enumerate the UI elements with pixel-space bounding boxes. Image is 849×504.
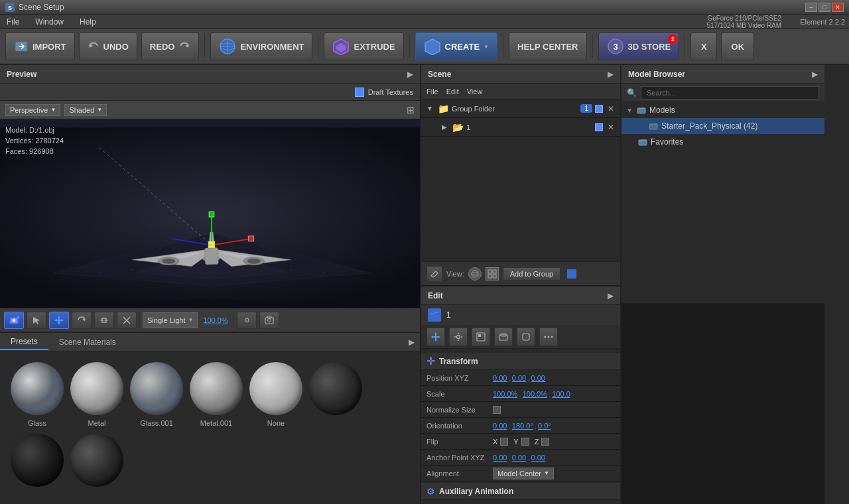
- favorites-row[interactable]: Favorites: [621, 134, 824, 150]
- flip-y-checkbox[interactable]: [521, 438, 529, 446]
- presets-tab[interactable]: Presets: [0, 334, 48, 350]
- flip-x-checkbox[interactable]: [500, 438, 508, 446]
- redo-button[interactable]: REDO: [141, 32, 200, 60]
- menu-window[interactable]: Window: [33, 16, 66, 28]
- svg-marker-71: [438, 336, 440, 338]
- scene-tree: ▼ 📁 Group Folder 1 ✕ ▶ 📂 1 ✕: [421, 99, 620, 261]
- starter-pack-row[interactable]: Starter_Pack_Physical (42): [621, 118, 824, 134]
- position-y[interactable]: 0.00: [512, 374, 526, 382]
- item-visibility[interactable]: [595, 123, 603, 131]
- browser-header: Model Browser ▶: [621, 65, 824, 84]
- material-dark3[interactable]: [70, 434, 123, 491]
- camera-tool-button[interactable]: [4, 312, 24, 329]
- browser-expand-button[interactable]: ▶: [812, 70, 818, 79]
- models-expand[interactable]: ▼: [625, 106, 633, 114]
- material-metal[interactable]: Metal: [70, 362, 123, 427]
- menu-file[interactable]: File: [4, 16, 22, 28]
- material-glass[interactable]: Glass: [11, 362, 64, 427]
- add-to-group-button[interactable]: Add to Group: [503, 267, 560, 281]
- edit-group-btn[interactable]: [494, 328, 513, 346]
- draft-checkbox[interactable]: [355, 88, 364, 97]
- models-label: Models: [649, 105, 820, 115]
- orient-y[interactable]: 180.0°: [512, 422, 533, 430]
- move-tool-button[interactable]: [49, 312, 69, 329]
- scale-row: Scale 100.0% , 100.0% , 100.0: [421, 386, 620, 402]
- edit-move-btn[interactable]: [426, 328, 445, 346]
- material-none[interactable]: None: [249, 362, 302, 427]
- scene-panel-expand[interactable]: ▶: [608, 70, 614, 79]
- zoom-level[interactable]: 100.0%: [200, 316, 230, 324]
- normalize-checkbox[interactable]: [493, 406, 501, 414]
- scale-y[interactable]: 100.0%: [523, 390, 547, 398]
- alignment-dropdown[interactable]: Model Center ▼: [493, 468, 554, 479]
- view-sphere-button[interactable]: [468, 267, 482, 281]
- scene-edit-menu[interactable]: Edit: [446, 88, 459, 95]
- orient-x[interactable]: 0.00: [493, 422, 507, 430]
- select-tool-button[interactable]: [27, 312, 46, 329]
- light-mode-label: Single Light: [147, 316, 186, 324]
- screenshot-button[interactable]: [259, 312, 279, 329]
- help-center-button[interactable]: HELP CENTER: [509, 32, 587, 60]
- material-metal001[interactable]: Metal.001: [190, 362, 243, 427]
- add-scene-button[interactable]: [426, 266, 442, 282]
- item-expand[interactable]: ▶: [440, 123, 449, 132]
- undo-button[interactable]: UNDO: [79, 32, 137, 60]
- rotate-tool-button[interactable]: [72, 312, 92, 329]
- material-glass001[interactable]: Glass.001: [130, 362, 183, 427]
- material-dark2[interactable]: [11, 434, 64, 491]
- scale-tool-button[interactable]: [94, 312, 114, 329]
- environment-button[interactable]: ENVIRONMENT: [210, 32, 312, 60]
- orient-z[interactable]: 0.0°: [538, 422, 551, 430]
- group-folder-expand[interactable]: ▼: [425, 104, 434, 113]
- edit-more-btn[interactable]: [539, 328, 558, 346]
- viewport[interactable]: Model: D:/1.obj Vertices: 2780724 Faces:…: [0, 119, 420, 308]
- x-close-button[interactable]: X: [690, 32, 717, 60]
- search-input[interactable]: [641, 86, 819, 99]
- bottom-panel-expand[interactable]: ▶: [409, 338, 415, 347]
- flip-z-checkbox[interactable]: [541, 438, 549, 446]
- view-grid-button[interactable]: [486, 267, 499, 281]
- shading-dropdown[interactable]: Shaded ▼: [64, 104, 107, 116]
- anchor-x[interactable]: 0.00: [493, 454, 507, 462]
- scale-z[interactable]: 100.0: [552, 390, 570, 398]
- edit-settings-btn[interactable]: [449, 328, 468, 346]
- group-visibility[interactable]: [595, 105, 603, 113]
- edit-bevel-btn[interactable]: [517, 328, 535, 346]
- scene-item-row[interactable]: ▶ 📂 1 ✕: [421, 118, 620, 137]
- models-folder-icon: [636, 105, 647, 115]
- group-folder-row[interactable]: ▼ 📁 Group Folder 1 ✕: [421, 99, 620, 118]
- starter-pack-expand[interactable]: [637, 122, 645, 130]
- close-button[interactable]: ✕: [832, 3, 844, 12]
- svg-rect-26: [205, 247, 219, 265]
- resize-tool-button[interactable]: [117, 312, 137, 329]
- group-close-btn[interactable]: ✕: [606, 103, 616, 114]
- material-dark1[interactable]: [309, 362, 362, 427]
- expand-viewport-button[interactable]: ⊞: [407, 105, 415, 115]
- create-button[interactable]: CREATE ▼: [415, 32, 497, 60]
- scene-file-menu[interactable]: File: [426, 88, 438, 95]
- scene-view-menu[interactable]: View: [467, 88, 483, 95]
- position-z[interactable]: 0.00: [531, 374, 545, 382]
- item-close-btn[interactable]: ✕: [606, 122, 616, 133]
- anchor-z[interactable]: 0.00: [531, 454, 545, 462]
- anchor-y[interactable]: 0.00: [512, 454, 526, 462]
- minimize-button[interactable]: –: [805, 3, 817, 12]
- maximize-button[interactable]: □: [818, 3, 830, 12]
- perspective-dropdown[interactable]: Perspective ▼: [5, 104, 60, 116]
- extrude-button[interactable]: EXTRUDE: [324, 32, 403, 60]
- import-button[interactable]: IMPORT: [5, 32, 75, 60]
- scene-materials-tab[interactable]: Scene Materials: [48, 335, 127, 349]
- light-mode-dropdown[interactable]: Single Light ▼: [143, 312, 198, 328]
- menu-help[interactable]: Help: [77, 16, 99, 28]
- preview-expand-button[interactable]: ▶: [407, 70, 413, 79]
- ok-button[interactable]: OK: [721, 32, 754, 60]
- scale-x[interactable]: 100.0%: [493, 390, 517, 398]
- position-x[interactable]: 0.00: [493, 374, 507, 382]
- wireframe-button[interactable]: ⊙: [237, 312, 257, 329]
- store-button[interactable]: 3 3D STORE 2: [598, 32, 680, 60]
- edit-panel-expand[interactable]: ▶: [608, 291, 614, 300]
- favorites-expand[interactable]: [627, 138, 635, 146]
- edit-material-btn[interactable]: [472, 328, 490, 346]
- edit-panel: Edit ▶ 1: [421, 285, 620, 504]
- models-root-row[interactable]: ▼ Models: [621, 102, 824, 118]
